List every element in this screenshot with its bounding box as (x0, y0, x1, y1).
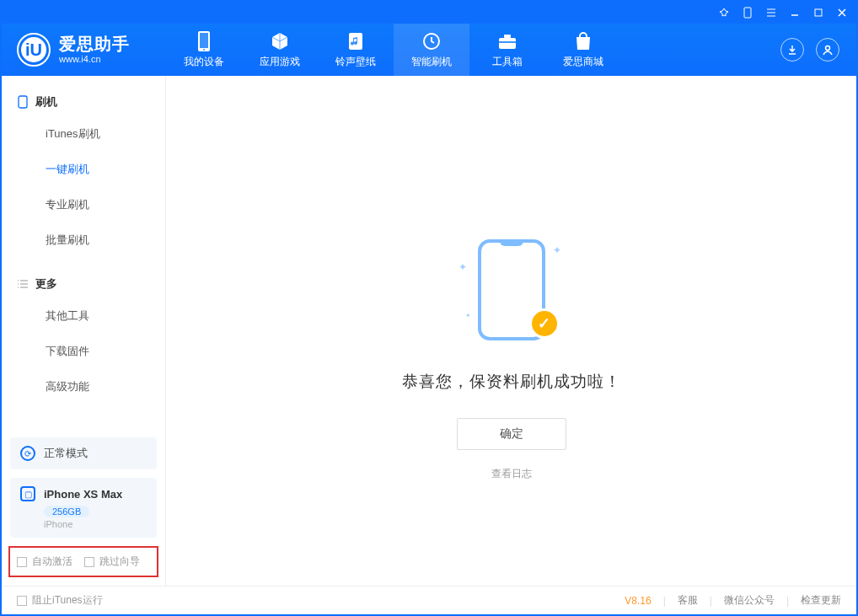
confirm-button[interactable]: 确定 (457, 418, 566, 450)
footer-link-update[interactable]: 检查更新 (801, 593, 841, 608)
checkbox-label: 阻止iTunes运行 (32, 593, 103, 608)
sidebar-item-other[interactable]: 其他工具 (2, 298, 165, 334)
nav-label: 爱思商城 (563, 55, 603, 69)
body: 刷机 iTunes刷机 一键刷机 专业刷机 批量刷机 更多 其他工具 下载固件 … (2, 76, 856, 586)
sidebar-item-advanced[interactable]: 高级功能 (2, 369, 165, 404)
svg-rect-7 (504, 35, 511, 38)
device-storage: 256GB (44, 506, 89, 517)
nav-my-device[interactable]: 我的设备 (166, 24, 242, 76)
checkbox-block-itunes[interactable]: 阻止iTunes运行 (17, 593, 103, 608)
cube-icon (270, 31, 290, 51)
toolbox-icon (497, 31, 517, 51)
nav-label: 应用游戏 (260, 55, 300, 69)
nav-apps[interactable]: 应用游戏 (242, 24, 318, 76)
device-name: iPhone XS Max (44, 488, 122, 501)
nav-label: 铃声壁纸 (335, 55, 376, 69)
download-button[interactable] (780, 38, 804, 62)
device-card[interactable]: ▢ iPhone XS Max 256GB iPhone (10, 478, 157, 538)
footer: 阻止iTunes运行 V8.16 | 客服 | 微信公众号 | 检查更新 (2, 586, 856, 614)
nav-label: 工具箱 (492, 55, 523, 69)
footer-link-support[interactable]: 客服 (678, 593, 698, 608)
mode-label: 正常模式 (44, 446, 88, 461)
sidebar-item-firmware[interactable]: 下载固件 (2, 334, 165, 369)
success-message: 恭喜您，保资料刷机成功啦！ (402, 371, 621, 393)
phone-icon (194, 31, 214, 51)
app-url: www.i4.cn (59, 54, 130, 65)
checkbox-auto-activate[interactable]: 自动激活 (17, 554, 72, 569)
checkbox-skip-guide[interactable]: 跳过向导 (84, 554, 140, 569)
svg-rect-1 (815, 9, 822, 16)
nav-toolbox[interactable]: 工具箱 (469, 24, 545, 76)
check-icon: ✓ (529, 308, 560, 339)
bag-icon (573, 31, 593, 51)
version-label: V8.16 (625, 595, 651, 607)
view-log-link[interactable]: 查看日志 (491, 467, 532, 481)
mode-card[interactable]: ⟳ 正常模式 (10, 437, 157, 469)
sidebar: 刷机 iTunes刷机 一键刷机 专业刷机 批量刷机 更多 其他工具 下载固件 … (2, 76, 166, 586)
checkbox-label: 自动激活 (32, 554, 72, 569)
titlebar (2, 2, 856, 24)
sidebar-item-itunes[interactable]: iTunes刷机 (2, 116, 165, 152)
main-content: ✦ ✦ ✦ ✓ 恭喜您，保资料刷机成功啦！ 确定 查看日志 (166, 76, 856, 586)
device-icon: ▢ (20, 486, 35, 501)
logo-icon: iU (17, 33, 51, 67)
highlighted-options: 自动激活 跳过向导 (8, 546, 158, 577)
svg-rect-10 (19, 96, 27, 108)
list-icon (17, 278, 29, 290)
svg-rect-0 (744, 8, 751, 18)
top-nav: 我的设备 应用游戏 铃声壁纸 智能刷机 工具箱 爱思商城 (166, 24, 621, 76)
theme-icon[interactable] (718, 7, 730, 19)
app-window: iU 爱思助手 www.i4.cn 我的设备 应用游戏 铃声壁纸 智能刷机 (0, 0, 858, 616)
svg-rect-5 (349, 33, 362, 50)
phone-frame-icon (17, 96, 29, 108)
svg-point-9 (826, 46, 830, 51)
section-title: 刷机 (35, 94, 57, 110)
nav-label: 我的设备 (184, 55, 224, 69)
menu-icon[interactable] (765, 7, 777, 19)
svg-rect-8 (499, 41, 516, 43)
mobile-icon[interactable] (742, 7, 753, 19)
sidebar-item-pro[interactable]: 专业刷机 (2, 187, 165, 222)
sidebar-section-more: 更多 (2, 270, 165, 298)
footer-link-wechat[interactable]: 微信公众号 (724, 593, 775, 608)
nav-ringtone[interactable]: 铃声壁纸 (318, 24, 394, 76)
music-icon (346, 31, 366, 51)
device-type: iPhone (44, 519, 147, 529)
user-button[interactable] (816, 38, 839, 62)
section-title: 更多 (35, 276, 57, 292)
close-icon[interactable] (836, 7, 848, 19)
app-name: 爱思助手 (59, 35, 130, 54)
minimize-icon[interactable] (789, 7, 801, 19)
svg-rect-3 (200, 33, 208, 48)
header: iU 爱思助手 www.i4.cn 我的设备 应用游戏 铃声壁纸 智能刷机 (2, 24, 856, 76)
mode-icon: ⟳ (20, 446, 35, 461)
maximize-icon[interactable] (812, 7, 824, 19)
logo: iU 爱思助手 www.i4.cn (2, 33, 166, 67)
sidebar-item-onekey[interactable]: 一键刷机 (2, 152, 165, 187)
nav-label: 智能刷机 (411, 55, 452, 69)
refresh-icon (421, 31, 442, 51)
nav-flash[interactable]: 智能刷机 (394, 24, 469, 76)
svg-point-4 (203, 49, 205, 51)
sidebar-item-batch[interactable]: 批量刷机 (2, 222, 165, 258)
checkbox-label: 跳过向导 (99, 554, 140, 569)
svg-rect-6 (499, 38, 516, 49)
nav-store[interactable]: 爱思商城 (545, 24, 621, 76)
sidebar-section-flash: 刷机 (2, 88, 165, 116)
success-illustration: ✦ ✦ ✦ ✓ (457, 236, 566, 345)
